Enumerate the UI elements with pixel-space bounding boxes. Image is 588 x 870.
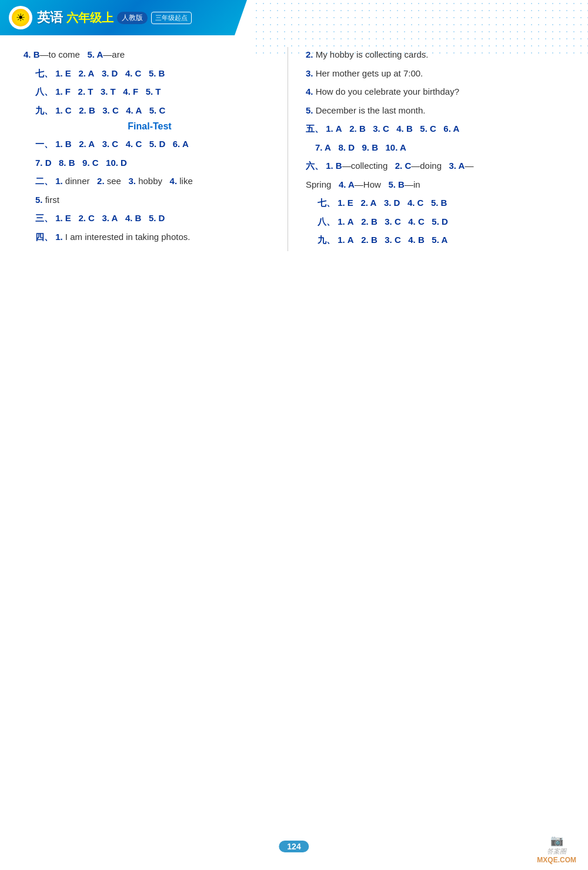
answer-num: 1. bbox=[338, 235, 345, 245]
answer-text: A bbox=[345, 216, 354, 226]
answer-text: C bbox=[156, 105, 165, 115]
answer-num: 2. bbox=[361, 235, 369, 245]
answer-num: 3. bbox=[128, 176, 136, 186]
decorative-dots bbox=[253, 0, 588, 59]
answer-text: A bbox=[133, 105, 142, 115]
list-item: 三、 1. E 2. C 3. A 4. B 5. D bbox=[35, 211, 276, 226]
section-num: 九、 bbox=[318, 235, 335, 245]
answer-text: A bbox=[439, 235, 447, 245]
answer-text: A bbox=[346, 179, 354, 189]
answer-text: E bbox=[63, 68, 71, 78]
answer-num: 2. bbox=[349, 124, 357, 134]
section-num: 一、 bbox=[35, 139, 53, 149]
answer-text: —How bbox=[355, 179, 381, 189]
answer-text: How do you celebrate your birthday? bbox=[313, 86, 459, 96]
answer-num: 1. bbox=[338, 216, 345, 226]
answer-num: 3. bbox=[385, 235, 392, 245]
answer-text: A bbox=[345, 235, 354, 245]
answer-num: 4. bbox=[396, 124, 404, 134]
list-item: 二、 1. dinner 2. see 3. hobby 4. like bbox=[35, 174, 276, 189]
answer-num: 4. bbox=[339, 179, 346, 189]
list-item: 六、 1. B—collecting 2. C—doing 3. A— bbox=[306, 158, 553, 174]
section-num: 八、 bbox=[318, 216, 335, 226]
list-item: 八、 1. A 2. B 3. C 4. C 5. D bbox=[318, 214, 553, 229]
answer-text: dinner bbox=[63, 176, 90, 186]
answer-num: 6. bbox=[443, 124, 451, 134]
answer-num: 2. bbox=[395, 161, 403, 171]
list-item: 3. Her mother gets up at 7:00. bbox=[306, 66, 553, 81]
answer-num: 5. bbox=[420, 124, 427, 134]
answer-text: 8. B bbox=[59, 158, 75, 168]
answer-text: A bbox=[333, 124, 342, 134]
answer-num: 3. bbox=[102, 213, 109, 223]
answer-text: D bbox=[156, 139, 165, 149]
edition-badge: 人教版 bbox=[117, 12, 148, 24]
answer-text: like bbox=[177, 176, 193, 186]
answer-text: —to come bbox=[40, 49, 80, 59]
answer-num: 3. bbox=[102, 68, 109, 78]
answer-text: 9. C bbox=[82, 158, 99, 168]
answer-num: 1. bbox=[55, 68, 63, 78]
answer-num: 5. bbox=[149, 213, 156, 223]
list-item: 五、 1. A 2. B 3. C 4. B 5. C 6. A bbox=[306, 121, 553, 136]
answer-text: 5. A bbox=[87, 49, 103, 59]
answer-text: 10. D bbox=[106, 158, 127, 168]
answer-text: C bbox=[133, 139, 142, 149]
answer-num: 4. bbox=[407, 198, 415, 208]
list-item: 七、 1. E 2. A 3. D 4. C 5. B bbox=[35, 66, 276, 81]
answer-num: 3. bbox=[449, 161, 456, 171]
answer-text: 10. A bbox=[386, 142, 406, 152]
answer-num: 5. bbox=[432, 235, 439, 245]
answer-text: C bbox=[415, 198, 423, 208]
answer-text: C bbox=[110, 105, 119, 115]
section-num: 七、 bbox=[35, 68, 53, 78]
answer-text: — bbox=[465, 161, 473, 171]
edition-sub: 三年级起点 bbox=[151, 12, 192, 24]
sun-logo: ☀ bbox=[9, 6, 32, 29]
answer-num: 6. bbox=[173, 139, 181, 149]
answer-num: 1. bbox=[338, 198, 345, 208]
answer-num: 3. bbox=[385, 216, 392, 226]
answer-text: D bbox=[439, 216, 448, 226]
answer-num: 3. bbox=[384, 198, 392, 208]
section-num: 九、 bbox=[35, 105, 53, 115]
watermark: 📷 答案圈 MXQE.COM bbox=[537, 834, 576, 864]
right-column: 2. My hobby is collecting cards. 3. Her … bbox=[288, 47, 553, 251]
answer-num: 1. bbox=[326, 124, 333, 134]
list-item: Spring 4. A—How 5. B—in bbox=[306, 177, 553, 192]
answer-text: C bbox=[392, 216, 401, 226]
answer-text: B bbox=[416, 235, 425, 245]
section-num: 七、 bbox=[318, 198, 335, 208]
answer-text: A bbox=[86, 68, 94, 78]
answer-num: 2. bbox=[361, 216, 369, 226]
section-num: 四、 bbox=[35, 232, 53, 242]
answer-text: A bbox=[109, 213, 118, 223]
answer-text: C bbox=[402, 161, 411, 171]
answer-text: B bbox=[333, 161, 342, 171]
answer-num: 2. bbox=[360, 198, 368, 208]
answer-text: C bbox=[109, 139, 118, 149]
answer-num: 1. bbox=[326, 161, 333, 171]
answer-text: B bbox=[156, 68, 165, 78]
answer-num: 5. bbox=[431, 198, 439, 208]
answer-num: 1. bbox=[55, 213, 63, 223]
answer-text: B bbox=[438, 198, 447, 208]
answer-text: B bbox=[369, 235, 377, 245]
answer-text: T bbox=[108, 86, 115, 96]
answer-text: C bbox=[63, 105, 72, 115]
answer-num: 5. bbox=[388, 179, 396, 189]
answer-num: 5. bbox=[306, 105, 313, 115]
answer-text: see bbox=[105, 176, 121, 186]
answer-text: B bbox=[396, 179, 405, 189]
section-num: 六、 bbox=[306, 161, 323, 171]
answer-num: 2. bbox=[79, 139, 86, 149]
answer-num: 1. bbox=[55, 105, 63, 115]
answer-text: 7. D bbox=[35, 158, 52, 168]
list-item: 四、 1. I am interested in taking photos. bbox=[35, 229, 276, 245]
answer-num: 4. bbox=[170, 176, 178, 186]
answer-num: 1. bbox=[55, 176, 63, 186]
main-content: 4. B—to come 5. A—are 七、 1. E 2. A 3. D … bbox=[0, 35, 588, 263]
answer-text: E bbox=[63, 213, 71, 223]
answer-text: hobby bbox=[136, 176, 162, 186]
answer-text: 8. D bbox=[338, 142, 355, 152]
